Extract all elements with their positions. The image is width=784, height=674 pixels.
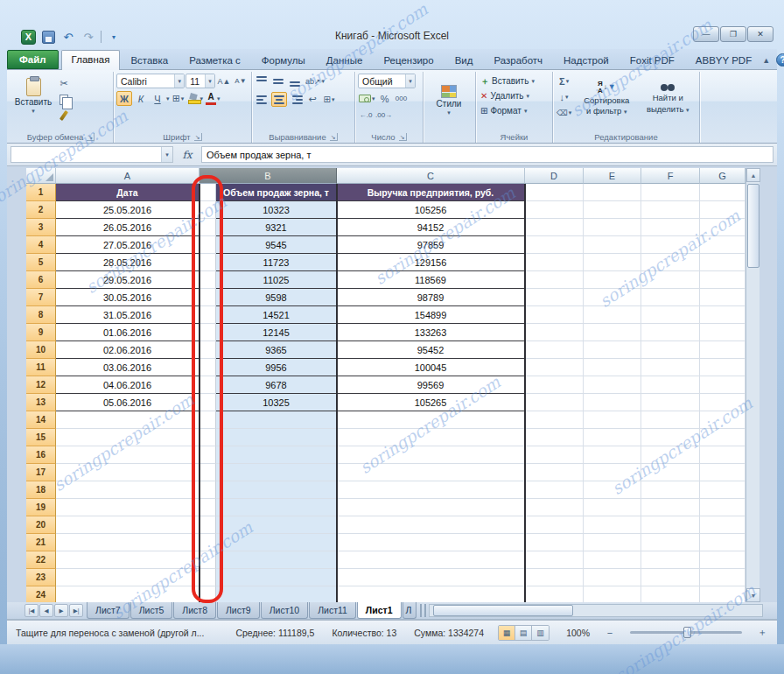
cell-B3[interactable]: 9321 — [216, 219, 337, 236]
cell-G1[interactable] — [700, 184, 746, 201]
paste-button[interactable]: Вставить ▾ — [11, 74, 55, 119]
tab-Главная[interactable]: Главная — [61, 50, 121, 70]
cell-D16[interactable] — [525, 446, 584, 464]
cell-F5[interactable] — [641, 254, 700, 271]
cell-gap23[interactable] — [200, 569, 216, 586]
cell-gap1[interactable] — [200, 184, 216, 201]
qat-customize-button[interactable]: ▾ — [106, 29, 122, 45]
cell-C11[interactable]: 100045 — [337, 359, 525, 376]
scroll-down-icon[interactable]: ▼ — [746, 588, 760, 602]
cell-A20[interactable] — [56, 516, 200, 534]
prev-sheet-icon[interactable]: ◀ — [39, 604, 53, 617]
cell-gap12[interactable] — [200, 376, 216, 394]
cell-F19[interactable] — [641, 499, 700, 516]
cell-A22[interactable] — [56, 551, 200, 569]
sheet-tab-Лист1[interactable]: Лист1 — [357, 602, 402, 619]
cell-F9[interactable] — [641, 324, 700, 341]
tab-Вставка[interactable]: Вставка — [120, 51, 178, 69]
cell-C1[interactable]: Выручка предприятия, руб. — [337, 184, 525, 201]
insert-cells-button[interactable]: ＋Вставить▾ — [479, 74, 550, 88]
cell-D2[interactable] — [525, 201, 584, 219]
excel-app-icon[interactable]: X — [21, 30, 36, 45]
tab-ABBYY PDF[interactable]: ABBYY PDF — [685, 51, 762, 69]
page-layout-view-button[interactable]: ▤ — [515, 626, 532, 640]
format-cells-button[interactable]: ⊞Формат▾ — [479, 103, 550, 118]
decrease-decimal-button[interactable]: .00→ — [374, 108, 393, 123]
cell-C23[interactable] — [337, 569, 525, 586]
cell-E22[interactable] — [584, 551, 641, 569]
cell-E21[interactable] — [584, 534, 641, 551]
cell-E24[interactable] — [584, 586, 641, 602]
row-header-19[interactable]: 19 — [26, 499, 56, 516]
cell-G9[interactable] — [700, 324, 746, 341]
cell-E2[interactable] — [584, 201, 641, 219]
increase-decimal-button[interactable]: ←.0 — [358, 108, 374, 123]
cell-F2[interactable] — [641, 201, 700, 219]
scroll-up-icon[interactable]: ▲ — [746, 168, 760, 182]
align-center-button[interactable] — [271, 92, 287, 107]
row-header-24[interactable]: 24 — [26, 586, 56, 602]
cell-B18[interactable] — [216, 481, 337, 499]
cell-gap24[interactable] — [200, 586, 216, 602]
cell-E4[interactable] — [584, 236, 641, 254]
cell-C2[interactable]: 105256 — [337, 201, 525, 219]
cell-D18[interactable] — [525, 481, 584, 499]
cell-gap21[interactable] — [200, 534, 216, 551]
sheet-tab-Л[interactable]: Л — [402, 602, 416, 619]
row-header-11[interactable]: 11 — [26, 359, 56, 376]
cell-A18[interactable] — [56, 481, 200, 499]
italic-button[interactable]: К — [133, 91, 149, 106]
row-header-9[interactable]: 9 — [26, 324, 56, 341]
cell-G2[interactable] — [700, 201, 746, 219]
cell-E18[interactable] — [584, 481, 641, 499]
sheet-tab-Лист11[interactable]: Лист11 — [309, 602, 356, 619]
cell-C22[interactable] — [337, 551, 525, 569]
cell-F6[interactable] — [641, 271, 700, 289]
zoom-in-button[interactable]: ＋ — [756, 627, 768, 639]
cell-E13[interactable] — [584, 394, 641, 411]
cell-D12[interactable] — [525, 376, 584, 394]
cell-G22[interactable] — [700, 551, 746, 569]
cell-G5[interactable] — [700, 254, 746, 271]
cell-B7[interactable]: 9598 — [216, 289, 337, 306]
merge-center-button[interactable]: ⊞▾ — [321, 92, 337, 107]
cell-G16[interactable] — [700, 446, 746, 464]
cell-A11[interactable]: 03.06.2016 — [56, 359, 200, 376]
cell-C24[interactable] — [337, 586, 525, 602]
cell-A7[interactable]: 30.05.2016 — [56, 289, 200, 306]
cell-gap7[interactable] — [200, 289, 216, 306]
cell-E19[interactable] — [584, 499, 641, 516]
cell-E12[interactable] — [584, 376, 641, 394]
cell-A2[interactable]: 25.05.2016 — [56, 201, 200, 219]
fill-button[interactable]: ↓▾ — [556, 89, 572, 104]
cell-A21[interactable] — [56, 534, 200, 551]
sheet-tab-Лист8[interactable]: Лист8 — [173, 602, 216, 619]
cell-A8[interactable]: 31.05.2016 — [56, 306, 200, 324]
cell-G11[interactable] — [700, 359, 746, 376]
row-header-12[interactable]: 12 — [26, 376, 56, 394]
cell-E15[interactable] — [584, 429, 641, 446]
cell-G23[interactable] — [700, 569, 746, 586]
cell-D4[interactable] — [525, 236, 584, 254]
cell-D5[interactable] — [525, 254, 584, 271]
align-bottom-button[interactable] — [288, 74, 304, 88]
comma-button[interactable]: 000 — [394, 91, 410, 106]
autosum-button[interactable]: Σ▾ — [556, 74, 572, 88]
row-header-15[interactable]: 15 — [26, 429, 56, 446]
cell-D13[interactable] — [525, 394, 584, 411]
alignment-dialog-launcher[interactable]: ↘ — [330, 133, 338, 141]
cell-G20[interactable] — [700, 516, 746, 534]
sheet-tab-Лист9[interactable]: Лист9 — [217, 602, 260, 619]
cell-E8[interactable] — [584, 306, 641, 324]
cell-A4[interactable]: 27.05.2016 — [56, 236, 200, 254]
cell-G3[interactable] — [700, 219, 746, 236]
cell-D14[interactable] — [525, 411, 584, 429]
cell-A17[interactable] — [56, 464, 200, 481]
name-box[interactable]: ▾ — [10, 146, 173, 163]
cell-D21[interactable] — [525, 534, 584, 551]
help-icon[interactable]: ? — [776, 53, 784, 67]
cell-A12[interactable]: 04.06.2016 — [56, 376, 200, 394]
cell-E17[interactable] — [584, 464, 641, 481]
format-painter-button[interactable] — [56, 108, 72, 123]
row-header-10[interactable]: 10 — [26, 341, 56, 359]
